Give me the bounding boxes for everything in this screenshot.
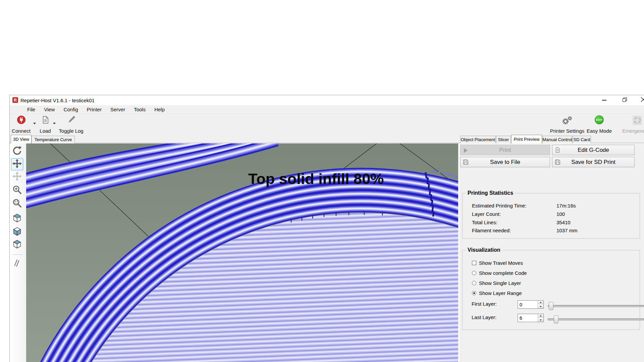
last-layer-slider-thumb[interactable] xyxy=(554,315,558,323)
down-arrow-icon xyxy=(540,319,542,321)
last-layer-spinner[interactable] xyxy=(518,314,544,322)
viewport-annotation: Top solid infill 80% xyxy=(248,170,384,187)
save-to-file-button[interactable]: Save to File xyxy=(460,157,550,167)
radio-icon[interactable] xyxy=(472,281,476,285)
parallel-slashes-icon xyxy=(12,258,22,269)
spin-up-button[interactable] xyxy=(538,314,543,318)
first-layer-label: First Layer: xyxy=(472,301,497,307)
magnifier-fit-icon xyxy=(12,198,22,209)
spin-up-button[interactable] xyxy=(538,301,543,304)
isometric-view-button[interactable] xyxy=(11,213,23,225)
load-dropdown-caret[interactable] xyxy=(53,123,56,124)
first-layer-input[interactable] xyxy=(518,301,538,308)
first-layer-slider-thumb[interactable] xyxy=(549,302,553,310)
gears-icon xyxy=(561,115,573,127)
easy-mode-button[interactable]: EASY Easy Mode xyxy=(587,115,612,134)
load-document-icon xyxy=(41,115,50,126)
connect-button[interactable]: Connect xyxy=(10,115,32,134)
tab-3d-view[interactable]: 3D View xyxy=(11,135,32,143)
minimize-icon xyxy=(602,100,606,101)
connect-dropdown-caret[interactable] xyxy=(33,123,36,124)
tab-print-preview[interactable]: Print Preview xyxy=(511,135,542,143)
rotate-icon xyxy=(12,146,22,157)
printer-settings-button[interactable]: Printer Settings xyxy=(549,115,585,134)
spin-down-button[interactable] xyxy=(538,318,543,322)
menu-bar: File View Config Printer Server Tools He… xyxy=(10,105,644,114)
menu-server[interactable]: Server xyxy=(106,105,129,114)
stat-value: 17m:16s xyxy=(556,203,576,208)
parallel-projection-button[interactable] xyxy=(11,257,23,269)
floppy-icon xyxy=(555,159,560,167)
group-title: Visualization xyxy=(466,247,502,253)
tab-slicer[interactable]: Slicer xyxy=(496,136,511,143)
rotate-view-button[interactable] xyxy=(11,145,23,158)
save-for-sd-button[interactable]: Save for SD Print xyxy=(552,157,635,167)
menu-view[interactable]: View xyxy=(40,105,59,114)
menu-printer[interactable]: Printer xyxy=(83,105,106,114)
app-icon: R xyxy=(12,97,18,103)
top-view-button[interactable] xyxy=(11,239,23,251)
menu-config[interactable]: Config xyxy=(59,105,82,114)
up-arrow-icon xyxy=(540,302,542,303)
zoom-fit-button[interactable] xyxy=(11,198,23,210)
radio-icon[interactable] xyxy=(472,271,476,275)
radio-selected-icon[interactable] xyxy=(472,291,476,295)
menu-file[interactable]: File xyxy=(23,105,40,114)
checkbox-icon[interactable] xyxy=(472,261,476,265)
stat-label: Layer Count: xyxy=(472,211,501,217)
window-title: Repetier-Host V1.6.1 - testicek01 xyxy=(20,98,95,103)
toggle-log-button[interactable]: Toggle Log xyxy=(58,115,84,134)
option-show-complete-code[interactable]: Show complete Code xyxy=(472,270,527,276)
connect-plug-icon xyxy=(17,115,26,126)
magnifier-plus-icon xyxy=(12,185,22,196)
stat-value: 35410 xyxy=(556,220,571,225)
emergency-stop-icon xyxy=(632,115,643,127)
stat-value: 100 xyxy=(556,211,565,217)
gcode-document-icon xyxy=(555,147,560,155)
move-arrows-icon xyxy=(12,159,22,170)
tab-sd-card[interactable]: SD Card xyxy=(573,136,591,143)
printing-statistics-group: Printing Statistics Estimated Printing T… xyxy=(462,193,640,239)
move-object-button[interactable] xyxy=(11,171,23,183)
3d-viewport[interactable]: Top solid infill 80% xyxy=(26,143,458,362)
first-layer-slider[interactable] xyxy=(548,305,644,307)
tab-object-placement[interactable]: Object Placement xyxy=(460,136,496,143)
floppy-icon xyxy=(463,159,469,167)
option-show-layer-range[interactable]: Show Layer Range xyxy=(472,290,522,296)
zoom-in-button[interactable] xyxy=(11,184,23,196)
restore-button[interactable] xyxy=(618,96,631,105)
stat-label: Total Lines: xyxy=(472,220,497,225)
minimize-button[interactable] xyxy=(597,96,611,105)
cube-top-icon xyxy=(12,239,22,250)
tab-temperature-curve[interactable]: Temperature Curve xyxy=(32,136,75,143)
pencil-icon xyxy=(67,115,76,126)
down-arrow-icon xyxy=(540,306,542,307)
load-button[interactable]: Load xyxy=(37,115,54,134)
restore-icon xyxy=(623,97,627,103)
close-icon xyxy=(641,97,644,104)
move-view-button[interactable] xyxy=(11,158,23,170)
move-object-icon xyxy=(12,171,22,183)
close-button[interactable] xyxy=(637,96,644,105)
first-layer-spinner[interactable] xyxy=(518,300,544,309)
emergency-stop-button[interactable]: Emergency S xyxy=(617,115,644,134)
menu-help[interactable]: Help xyxy=(150,105,169,114)
print-button[interactable]: Print xyxy=(460,145,550,155)
cube-front-icon xyxy=(12,226,22,238)
spin-down-button[interactable] xyxy=(538,305,543,308)
last-layer-label: Last Layer: xyxy=(472,314,496,320)
stat-label: Estimated Printing Time: xyxy=(472,203,527,208)
menu-tools[interactable]: Tools xyxy=(129,105,150,114)
cube-iso-icon xyxy=(12,213,22,224)
tool-separator xyxy=(12,254,23,255)
last-layer-slider[interactable] xyxy=(548,318,644,320)
up-arrow-icon xyxy=(540,315,542,316)
last-layer-input[interactable] xyxy=(518,314,538,322)
stat-value: 1037 mm xyxy=(556,228,578,233)
front-view-button[interactable] xyxy=(11,226,23,238)
option-show-single-layer[interactable]: Show Single Layer xyxy=(472,280,521,286)
stat-label: Filament needed: xyxy=(472,228,511,233)
edit-gcode-button[interactable]: Edit G-Code xyxy=(552,145,635,155)
option-show-travel-moves[interactable]: Show Travel Moves xyxy=(472,260,523,266)
tab-manual-control[interactable]: Manual Control xyxy=(542,136,572,143)
